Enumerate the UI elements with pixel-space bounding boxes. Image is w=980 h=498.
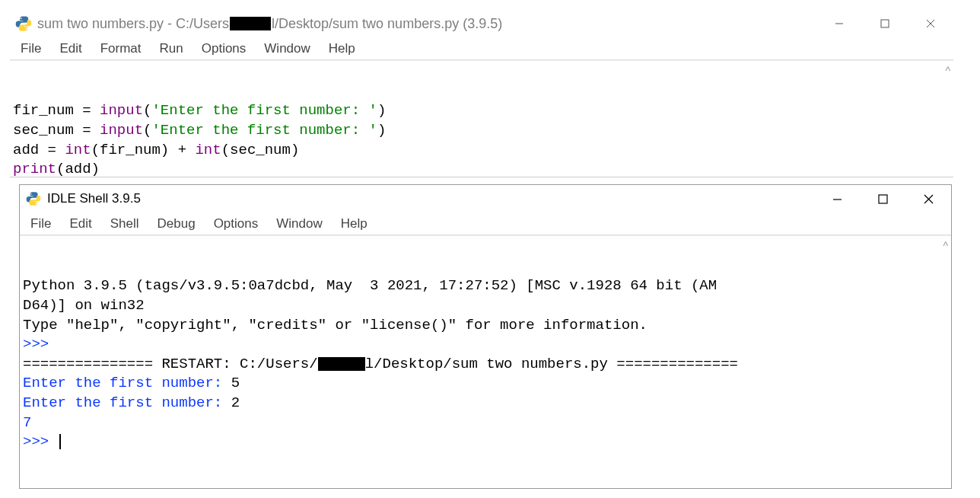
io-line: Enter the first number: 5 [23,375,240,391]
menu-window[interactable]: Window [267,215,331,233]
shell-prompt: >>> [23,336,58,353]
menu-debug[interactable]: Debug [148,215,205,233]
menu-help[interactable]: Help [320,40,364,58]
menu-run[interactable]: Run [151,40,192,58]
menu-help[interactable]: Help [332,215,377,233]
menu-edit[interactable]: Edit [60,215,100,233]
svg-point-6 [30,193,32,195]
menu-format[interactable]: Format [91,40,151,58]
banner-line: Type "help", "copyright", "credits" or "… [23,317,648,334]
close-button[interactable] [908,10,953,37]
editor-window: sum two numbers.py - C:/Usersl/Desktop/s… [10,10,953,177]
banner-line: Python 3.9.5 (tags/v3.9.5:0a7dcbd, May 3… [23,277,717,294]
editor-menubar: File Edit Format Run Options Window Help [10,37,953,60]
redacted-username [318,357,365,371]
shell-title: IDLE Shell 3.9.5 [47,191,141,206]
restart-line: =============== RESTART: C:/Users/l/Desk… [23,356,738,372]
editor-window-controls [816,10,953,37]
code-line-3: add = int(fir_num) + int(sec_num) [13,142,299,158]
shell-titlebar[interactable]: IDLE Shell 3.9.5 [20,185,951,212]
svg-point-1 [26,28,27,30]
menu-options[interactable]: Options [192,40,256,58]
scroll-up-icon[interactable]: ^ [945,64,950,78]
menu-options[interactable]: Options [205,215,268,233]
minimize-button[interactable] [814,185,860,212]
scroll-up-icon[interactable]: ^ [943,239,948,254]
svg-rect-3 [881,20,889,27]
editor-titlebar[interactable]: sum two numbers.py - C:/Usersl/Desktop/s… [10,10,953,37]
code-line-2: sec_num = input('Enter the first number:… [13,122,386,139]
minimize-button[interactable] [816,10,862,37]
svg-point-0 [21,18,22,19]
shell-output-area[interactable]: ^ Python 3.9.5 (tags/v3.9.5:0a7dcbd, May… [20,235,951,474]
python-icon [24,190,43,208]
menu-shell[interactable]: Shell [101,215,148,233]
svg-rect-9 [879,195,887,203]
python-icon [14,14,33,33]
maximize-button[interactable] [860,185,905,212]
menu-file[interactable]: File [21,215,60,233]
title-suffix: l/Desktop/sum two numbers.py (3.9.5) [272,16,502,31]
svg-point-7 [35,203,37,204]
text-cursor [59,434,61,449]
shell-prompt-active[interactable]: >>> [23,433,61,450]
editor-code-area[interactable]: ^ fir_num = input('Enter the first numbe… [10,60,953,200]
close-button[interactable] [905,185,951,212]
shell-window: IDLE Shell 3.9.5 File Edit Shell Debug O… [19,184,952,489]
code-line-1: fir_num = input('Enter the first number:… [13,102,386,119]
io-line: Enter the first number: 2 [23,394,240,411]
maximize-button[interactable] [862,10,908,37]
banner-line: D64)] on win32 [23,297,145,314]
redacted-username [230,17,271,30]
menu-edit[interactable]: Edit [50,40,91,58]
shell-menubar: File Edit Shell Debug Options Window Hel… [20,212,951,235]
result-line: 7 [23,414,31,431]
shell-window-controls [814,185,951,212]
menu-file[interactable]: File [11,40,50,58]
menu-window[interactable]: Window [255,40,319,58]
editor-title: sum two numbers.py - C:/Usersl/Desktop/s… [37,16,502,32]
title-prefix: sum two numbers.py - C:/Users [37,16,229,31]
code-line-4: print(add) [13,161,100,177]
